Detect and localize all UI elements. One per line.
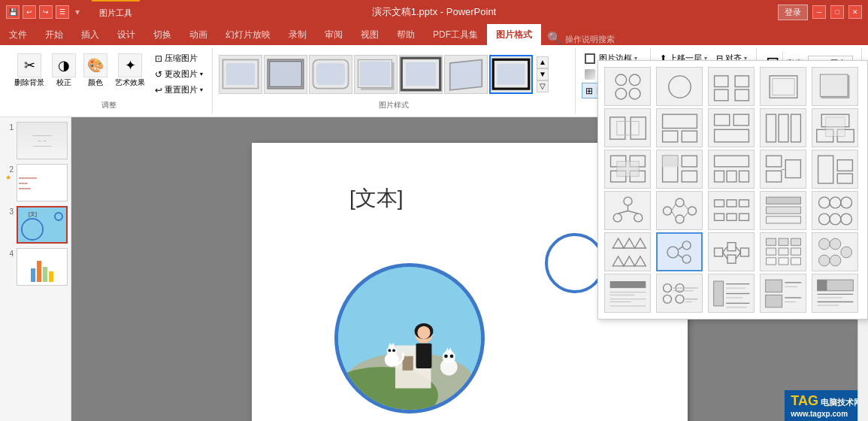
- minimize-icon[interactable]: ─: [812, 5, 826, 19]
- effects-button[interactable]: ✦ 艺术效果: [113, 51, 147, 90]
- style-item-26[interactable]: [604, 274, 651, 313]
- svg-rect-173: [765, 280, 782, 292]
- style-item-24[interactable]: [760, 232, 806, 271]
- correct-button[interactable]: ◑ 校正: [50, 51, 78, 90]
- slide-circle[interactable]: [545, 233, 605, 293]
- style-item-21[interactable]: [604, 232, 651, 271]
- tab-animations[interactable]: 动画: [180, 24, 216, 45]
- style-item-4[interactable]: [760, 67, 806, 106]
- tab-design[interactable]: 设计: [108, 24, 144, 45]
- style-item-5[interactable]: [812, 67, 858, 106]
- style-item-29[interactable]: [760, 274, 806, 313]
- svg-rect-140: [791, 238, 800, 245]
- svg-marker-123: [624, 256, 635, 266]
- tab-home[interactable]: 开始: [36, 24, 72, 45]
- svg-rect-74: [616, 161, 638, 176]
- style-item-22[interactable]: [656, 232, 703, 271]
- style-item-16[interactable]: [604, 191, 651, 230]
- style-item-18[interactable]: [708, 191, 755, 230]
- svg-point-161: [676, 295, 684, 303]
- style-item-7[interactable]: [656, 108, 703, 147]
- svg-point-99: [688, 207, 696, 215]
- style-item-12[interactable]: [656, 150, 703, 189]
- tab-slideshow[interactable]: 幻灯片放映: [216, 24, 280, 45]
- svg-rect-139: [779, 238, 788, 245]
- login-button[interactable]: 登录: [778, 5, 808, 20]
- svg-rect-143: [791, 248, 800, 255]
- remove-bg-button[interactable]: ✂ 删除背景: [12, 51, 47, 90]
- style-item-23[interactable]: [708, 232, 755, 271]
- slide-4[interactable]: 4: [3, 248, 68, 286]
- compress-button[interactable]: ⊡ 压缩图片: [152, 51, 206, 65]
- style-item-11[interactable]: [604, 150, 651, 189]
- tab-review[interactable]: 审阅: [316, 24, 352, 45]
- style-item-27[interactable]: [656, 274, 703, 313]
- pic-style-7[interactable]: [489, 55, 533, 94]
- tab-file[interactable]: 文件: [0, 24, 36, 45]
- pic-style-1[interactable]: [219, 55, 262, 94]
- style-item-3[interactable]: [708, 67, 755, 106]
- adjust-group: ✂ 删除背景 ◑ 校正 🎨 颜色 ✦ 艺术效果: [6, 48, 213, 114]
- slide-panel: 1 ────── ────── 2 ★ ━━━━━━━━━━━━━ 3: [0, 117, 71, 421]
- svg-rect-48: [714, 89, 727, 101]
- svg-point-126: [682, 241, 691, 249]
- slide-text[interactable]: [文本]: [349, 184, 404, 213]
- change-picture-button[interactable]: ↺ 更改图片 ▾: [152, 67, 206, 81]
- svg-line-101: [671, 210, 676, 217]
- pic-style-3[interactable]: [309, 55, 352, 94]
- style-item-25[interactable]: [812, 232, 858, 271]
- style-item-14[interactable]: [760, 150, 806, 189]
- pic-style-6[interactable]: [444, 55, 488, 94]
- watermark-url: www.tagxp.com: [791, 410, 848, 418]
- slide-anime-image[interactable]: [334, 263, 485, 413]
- svg-point-28: [387, 346, 397, 356]
- style-item-20[interactable]: [812, 191, 858, 230]
- close-icon[interactable]: ✕: [848, 5, 862, 19]
- redo-icon[interactable]: ↪: [39, 5, 53, 19]
- search-icon[interactable]: 🔍: [547, 31, 562, 45]
- style-item-10[interactable]: [812, 108, 858, 147]
- undo-icon[interactable]: ↩: [23, 5, 36, 19]
- pic-style-4[interactable]: [354, 55, 398, 94]
- maximize-icon[interactable]: □: [830, 5, 844, 19]
- styles-more-arrow[interactable]: ▽: [537, 80, 549, 92]
- styles-down-arrow[interactable]: ▼: [537, 68, 549, 80]
- pic-style-2[interactable]: [264, 55, 307, 94]
- style-item-28[interactable]: [708, 274, 755, 313]
- svg-point-90: [624, 197, 632, 205]
- style-item-1[interactable]: [604, 67, 651, 106]
- color-button[interactable]: 🎨 颜色: [81, 51, 110, 90]
- style-item-8[interactable]: [708, 108, 755, 147]
- svg-point-97: [676, 198, 684, 207]
- custom-icon[interactable]: ☰: [56, 5, 69, 19]
- svg-rect-106: [739, 199, 749, 206]
- svg-point-45: [668, 75, 690, 97]
- slide-3[interactable]: 3 [文]: [3, 206, 68, 244]
- style-item-30[interactable]: [812, 274, 858, 313]
- tab-help[interactable]: 帮助: [388, 24, 424, 45]
- svg-line-102: [684, 204, 688, 209]
- pic-styles-label: 图片样式: [219, 97, 569, 111]
- style-item-13[interactable]: [708, 150, 755, 189]
- tab-view[interactable]: 视图: [352, 24, 388, 45]
- tab-picture-format[interactable]: 图片格式: [487, 24, 541, 45]
- tab-pdf[interactable]: PDF工具集: [424, 24, 487, 45]
- style-item-19[interactable]: [760, 191, 806, 230]
- pic-style-5[interactable]: [399, 55, 443, 94]
- save-icon[interactable]: 💾: [6, 5, 20, 19]
- slide-1[interactable]: 1 ────── ──────: [3, 122, 68, 159]
- svg-rect-105: [727, 199, 736, 206]
- styles-up-arrow[interactable]: ▲: [537, 56, 549, 68]
- tab-record[interactable]: 录制: [280, 24, 316, 45]
- svg-rect-5: [316, 63, 345, 85]
- tab-insert[interactable]: 插入: [72, 24, 108, 45]
- style-item-17[interactable]: [656, 191, 703, 230]
- reset-picture-button[interactable]: ↩ 重置图片 ▾: [152, 83, 206, 97]
- style-item-15[interactable]: [812, 150, 858, 189]
- style-item-9[interactable]: [760, 108, 806, 147]
- style-item-2[interactable]: [656, 67, 703, 106]
- search-label[interactable]: 操作说明搜索: [565, 34, 615, 45]
- style-item-6[interactable]: [604, 108, 651, 147]
- slide-2[interactable]: 2 ★ ━━━━━━━━━━━━━: [3, 164, 68, 201]
- tab-transitions[interactable]: 切换: [144, 24, 180, 45]
